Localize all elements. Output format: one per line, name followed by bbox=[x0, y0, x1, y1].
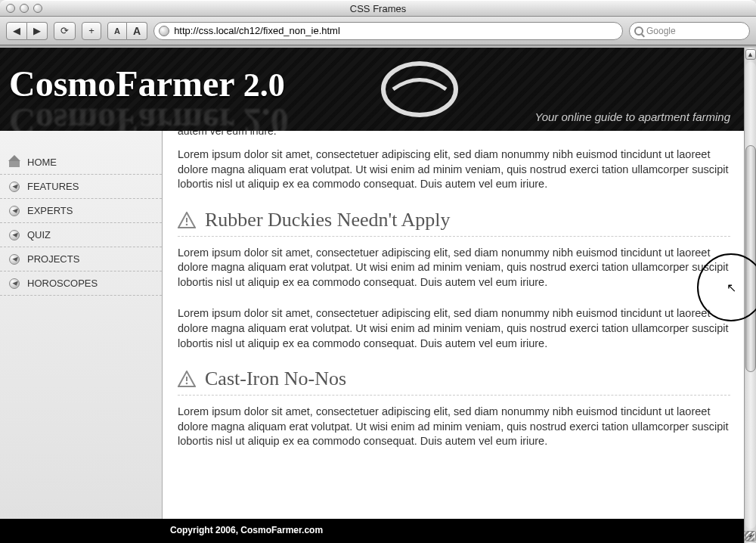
forward-button[interactable]: ▶ bbox=[27, 22, 48, 40]
titlebar: CSS Frames bbox=[0, 0, 756, 17]
footer: Copyright 2006, CosmoFarmer.com bbox=[0, 519, 744, 543]
heading-text: Rubber Duckies Needn't Apply bbox=[205, 209, 451, 231]
paragraph: Lorem ipsum dolor sit amet, consectetuer… bbox=[178, 306, 730, 351]
search-placeholder: Google bbox=[646, 26, 676, 36]
arrow-icon bbox=[9, 230, 20, 240]
nav-label: FEATURES bbox=[27, 181, 79, 192]
nav-buttons: ◀ ▶ bbox=[6, 22, 48, 40]
tagline: Your online guide to apartment farming bbox=[535, 110, 731, 123]
paragraph: Lorem ipsum dolor sit amet, consectetuer… bbox=[178, 246, 730, 290]
arrow-icon bbox=[9, 206, 20, 216]
nav-label: HOME bbox=[27, 157, 57, 168]
site-logo: CosmoFarmer 2.0 bbox=[9, 63, 285, 104]
nav-label: EXPERTS bbox=[27, 205, 73, 216]
leaf-icon bbox=[378, 55, 461, 123]
arrow-icon bbox=[9, 182, 20, 192]
scroll-track[interactable] bbox=[745, 62, 756, 529]
nav-projects[interactable]: PROJECTS bbox=[0, 247, 162, 272]
heading-rubber-duckies: Rubber Duckies Needn't Apply bbox=[178, 209, 730, 237]
window-title: CSS Frames bbox=[0, 3, 756, 14]
arrow-icon bbox=[9, 254, 20, 265]
address-bar[interactable] bbox=[153, 22, 623, 40]
svg-point-4 bbox=[186, 383, 188, 385]
heading-cast-iron: Cast-Iron No-Nos bbox=[178, 368, 730, 396]
vertical-scrollbar[interactable]: ▲ ▼ bbox=[744, 48, 756, 543]
scroll-thumb[interactable] bbox=[745, 145, 756, 372]
url-input[interactable] bbox=[174, 25, 618, 36]
brand-text: CosmoFarmer bbox=[9, 64, 234, 104]
search-field[interactable]: Google bbox=[629, 22, 750, 40]
warning-icon bbox=[178, 212, 196, 228]
nav-label: PROJECTS bbox=[27, 253, 79, 265]
nav-home[interactable]: HOME bbox=[0, 150, 162, 175]
nav-features[interactable]: FEATURES bbox=[0, 175, 162, 199]
article-body: autem vel eum iriure. Lorem ipsum dolor … bbox=[163, 131, 744, 543]
warning-icon bbox=[178, 371, 196, 387]
arrow-icon bbox=[9, 278, 20, 289]
scroll-up-button[interactable]: ▲ bbox=[745, 49, 756, 60]
text-smaller-button[interactable]: A bbox=[107, 22, 127, 40]
home-icon bbox=[9, 158, 20, 167]
paragraph: Lorem ipsum dolor sit amet, consectetuer… bbox=[178, 405, 730, 449]
site-banner: CosmoFarmer 2.0 CosmoFarmer 2.0 Your onl… bbox=[0, 48, 744, 131]
search-icon bbox=[634, 26, 643, 36]
back-button[interactable]: ◀ bbox=[6, 22, 27, 40]
paragraph: Lorem ipsum dolor sit amet, consectetuer… bbox=[178, 147, 730, 192]
sidebar-nav: HOME FEATURES EXPERTS QUIZ bbox=[0, 131, 163, 543]
text-larger-button[interactable]: A bbox=[127, 22, 147, 40]
nav-label: HOROSCOPES bbox=[27, 278, 98, 289]
resize-handle[interactable] bbox=[744, 531, 754, 541]
text-size-buttons: A A bbox=[107, 22, 147, 40]
add-bookmark-button[interactable]: + bbox=[82, 22, 101, 40]
nav-label: QUIZ bbox=[27, 229, 51, 240]
nav-horoscopes[interactable]: HOROSCOPES bbox=[0, 272, 162, 296]
brand-version: 2.0 bbox=[243, 67, 285, 104]
partial-line: autem vel eum iriure. bbox=[178, 131, 730, 137]
heading-text: Cast-Iron No-Nos bbox=[205, 368, 346, 390]
svg-point-2 bbox=[186, 223, 188, 225]
site-icon bbox=[159, 26, 169, 36]
reload-button[interactable]: ⟳ bbox=[54, 22, 76, 40]
nav-quiz[interactable]: QUIZ bbox=[0, 223, 162, 247]
browser-toolbar: ◀ ▶ ⟳ + A A Google bbox=[0, 17, 756, 45]
nav-experts[interactable]: EXPERTS bbox=[0, 199, 162, 223]
copyright: Copyright 2006, CosmoFarmer.com bbox=[170, 525, 323, 535]
